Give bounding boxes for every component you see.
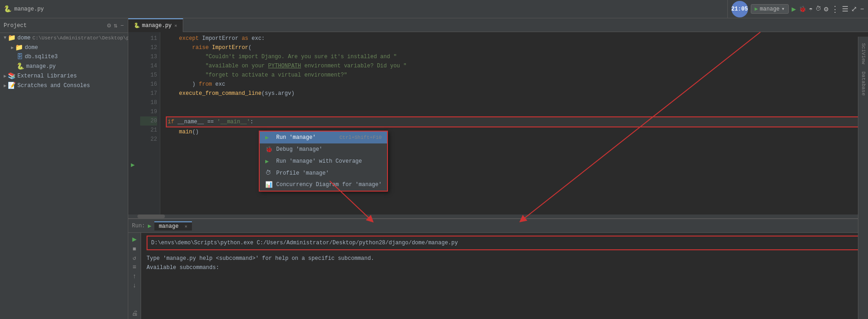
folder-icon: 📁 [8,34,16,42]
run-play-button[interactable]: ▶ [132,235,137,244]
code-area: ▶ 11 12 13 14 15 16 17 18 19 20 21 22 ex… [128,32,868,214]
run-stop-button[interactable]: ■ [133,246,136,253]
run-align-button[interactable]: ≡ [132,264,136,271]
sidebar-collapse-icon[interactable]: – [120,22,124,29]
library-icon: 📚 [8,72,16,80]
code-line-17: execute_from_command_line(sys.argv) [166,89,868,98]
python-icon: 🐍 [16,62,24,70]
bottom-active-tab[interactable]: manage ✕ [154,221,192,231]
sidebar-settings-icon[interactable]: ⚙ [107,22,111,29]
database-icon: 🗄 [16,53,23,60]
ctx-run-shortcut: Ctrl+Shift+F10 [330,135,382,140]
more-button[interactable]: ⋮ [831,4,839,14]
top-bar: 🐍 manage.py 21:05 ▶ manage ▾ ▶ 🐞 ☂ ⏱ ⚙ ⋮… [0,0,868,18]
ctx-debug[interactable]: 🐞 Debug 'manage' [260,143,387,155]
run-icon: ▶ [148,222,152,230]
bottom-tab-bar: Run: ▶ manage ✕ ⚙ [128,219,868,233]
sidebar-item-manage[interactable]: 🐍 manage.py [0,61,128,71]
run-gutter-arrow[interactable]: ▶ [131,161,135,169]
scrollbar-thumb[interactable] [137,214,165,218]
line-num: 11 [140,34,157,43]
run-down-button[interactable]: ↓ [132,282,136,289]
bottom-tab-label: manage [159,223,179,230]
top-bar-title: manage.py [14,6,44,12]
sidebar-sort-icon[interactable]: ⇅ [114,22,117,29]
debug-ctx-icon: 🐞 [265,146,273,153]
run-print-button[interactable]: 🖨 [131,310,138,317]
sidebar-item-label: dome [17,35,31,41]
coverage-ctx-icon: ▶ [265,158,273,165]
layout-button[interactable]: ☰ [842,5,848,14]
run-ctx-icon: ▶ [265,134,273,141]
code-line-19 [166,107,868,116]
sidebar-item-label: manage.py [26,63,56,70]
manage-dropdown[interactable]: ▶ manage ▾ [751,4,789,14]
bottom-panel: Run: ▶ manage ✕ ⚙ ▶ ■ ↺ ≡ ↑ ↓ 🖨 [128,218,868,319]
code-line-14: "available on your PYTHONPATH environmen… [166,61,868,71]
tab-close-icon[interactable]: ✕ [175,23,177,28]
sidebar-header-icons: ⚙ ⇅ – [107,22,124,29]
line-num: 19 [140,107,157,116]
ctx-run-coverage[interactable]: ▶ Run 'manage' with Coverage [260,155,387,167]
sidebar-item-scratches[interactable]: ▶ 📝 Scratches and Consoles [0,81,128,90]
project-sidebar: Project ⚙ ⇅ – ▼ 📁 dome C:\Users\Administ… [0,18,128,319]
clock-badge: 21:05 [732,1,748,17]
line-num: 14 [140,61,157,71]
run-label: Run: [132,223,145,229]
arrow-icon: ▶ [11,45,14,50]
sidebar-item-dome-root[interactable]: ▼ 📁 dome C:\Users\Administrator\Desktop\… [0,33,128,43]
line-num: 17 [140,89,157,98]
code-line-13: "Couldn't import Django. Are you sure it… [166,52,868,61]
debug-button[interactable]: 🐞 [799,6,806,13]
ctx-concurrency-label: Concurrency Diagram for 'manage' [276,182,382,188]
code-line-12: raise ImportError( [166,43,868,52]
line-num: 20 [140,116,157,126]
ctx-profile[interactable]: ⏱ Profile 'manage' [260,167,387,179]
arrow-icon: ▶ [4,83,6,88]
bottom-tab-close[interactable]: ✕ [185,224,187,229]
line-num: 13 [140,52,157,61]
run-command-box: D:\envs\demo\Scripts\python.exe C:/Users… [147,236,863,250]
vert-tab-sciview[interactable]: SciView [860,40,867,67]
concurrency-ctx-icon: 📊 [265,181,273,188]
line-num: 18 [140,98,157,107]
horizontal-scrollbar[interactable] [128,214,858,218]
ctx-run[interactable]: ▶ Run 'manage' Ctrl+Shift+F10 [260,132,387,143]
run-up-button[interactable]: ↑ [132,273,136,280]
ctx-profile-label: Profile 'manage' [276,170,329,176]
context-menu: ▶ Run 'manage' Ctrl+Shift+F10 🐞 Debug 'm… [259,131,388,192]
vert-tab-database[interactable]: Database [860,69,867,99]
arrow-icon: ▶ [4,73,6,79]
sidebar-item-dome-folder[interactable]: ▶ 📁 dome [0,43,128,52]
python-tab-icon: 🐍 [134,22,140,28]
maximize-button[interactable]: ⤢ [851,5,857,14]
ctx-run-label: Run 'manage' [276,134,316,141]
run-rerun-button[interactable]: ↺ [133,254,136,262]
coverage-button[interactable]: ☂ [809,6,813,13]
right-panel: 🐍 manage.py ✕ ▶ 11 12 13 14 15 16 17 18 … [128,18,868,319]
run-output-area: ▶ ■ ↺ ≡ ↑ ↓ 🖨 D:\envs\demo\Scripts\pytho… [128,233,868,319]
code-line-15: "forget to activate a virtual environmen… [166,71,868,80]
minimize-button[interactable]: – [860,5,864,13]
code-line-18 [166,98,868,107]
top-right-toolbar: 21:05 ▶ manage ▾ ▶ 🐞 ☂ ⏱ ⚙ ⋮ ☰ ⤢ – [727,0,868,18]
sidebar-item-db[interactable]: 🗄 db.sqlite3 [0,52,128,61]
sidebar-item-label: Scratches and Consoles [17,82,90,89]
output-line-3: Available subcommands: [147,263,863,272]
ctx-concurrency[interactable]: 📊 Concurrency Diagram for 'manage' [260,179,387,191]
scratch-icon: 📝 [8,82,16,89]
output-line-1: Type 'manage.py help <subcommand>' for h… [147,254,863,263]
profile-ctx-icon: ⏱ [265,170,273,176]
code-line-20: if __name__ == '__main__': [166,116,868,127]
line-num: 22 [140,135,157,144]
sidebar-item-label: External Libraries [17,73,77,79]
line-num: 12 [140,43,157,52]
tab-manage-py[interactable]: 🐍 manage.py ✕ [128,18,183,32]
main-layout: Project ⚙ ⇅ – ▼ 📁 dome C:\Users\Administ… [0,18,868,319]
settings-button[interactable]: ⚙ [824,5,829,14]
sidebar-item-external-libraries[interactable]: ▶ 📚 External Libraries [0,71,128,81]
bottom-tab: Run: ▶ manage ✕ [132,221,192,231]
right-vert-tabs: SciView Database [858,37,868,319]
run-button[interactable]: ▶ [792,5,796,14]
profile-button[interactable]: ⏱ [815,6,821,12]
